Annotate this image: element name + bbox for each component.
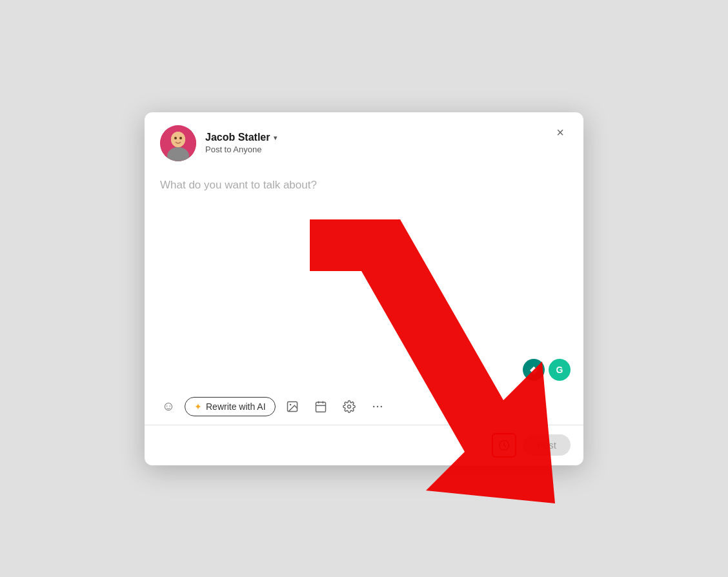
svg-rect-9 [316, 402, 325, 412]
modal-header: Jacob Statler ▾ Post to Anyone × [145, 112, 583, 169]
clock-icon [498, 439, 511, 452]
modal-overlay: Jacob Statler ▾ Post to Anyone × ◆ G [0, 0, 728, 577]
settings-icon [343, 400, 356, 413]
user-name-text: Jacob Statler [205, 132, 270, 143]
grammarly-button[interactable]: G [549, 359, 571, 381]
avatar [160, 125, 196, 161]
schedule-button[interactable] [492, 433, 516, 458]
magic-pen-button[interactable]: ◆ [523, 359, 545, 381]
image-icon [286, 400, 299, 413]
star-icon: ✦ [194, 401, 202, 412]
user-name: Jacob Statler ▾ [205, 132, 277, 143]
emoji-icon: ☺ [162, 399, 175, 414]
close-button[interactable]: × [550, 123, 571, 143]
modal-footer: Post [145, 425, 583, 465]
modal-body: ◆ G [145, 169, 583, 389]
more-button[interactable] [366, 395, 389, 418]
emoji-button[interactable]: ☺ [157, 396, 179, 418]
svg-point-8 [289, 403, 291, 405]
svg-point-4 [171, 132, 185, 147]
post-input[interactable] [160, 174, 568, 368]
magic-pen-icon: ◆ [530, 363, 538, 376]
svg-point-6 [179, 137, 182, 139]
close-icon: × [556, 125, 564, 140]
grammarly-icon: G [556, 365, 563, 375]
calendar-icon [314, 400, 327, 413]
svg-point-5 [174, 137, 177, 139]
svg-point-15 [376, 405, 378, 407]
image-button[interactable] [281, 395, 304, 418]
post-modal: Jacob Statler ▾ Post to Anyone × ◆ G [145, 112, 583, 465]
user-info: Jacob Statler ▾ Post to Anyone [205, 132, 277, 154]
svg-point-13 [347, 405, 350, 408]
calendar-button[interactable] [309, 395, 332, 418]
settings-button[interactable] [338, 395, 361, 418]
post-scope: Post to Anyone [205, 145, 277, 154]
svg-point-16 [380, 405, 382, 407]
post-button[interactable]: Post [523, 434, 571, 456]
svg-point-14 [373, 405, 375, 407]
dropdown-arrow-icon[interactable]: ▾ [274, 134, 277, 141]
post-toolbar: ☺ ✦ Rewrite with AI [145, 389, 583, 425]
rewrite-label: Rewrite with AI [206, 401, 266, 412]
rewrite-ai-button[interactable]: ✦ Rewrite with AI [185, 397, 276, 416]
ai-tools: ◆ G [523, 359, 571, 381]
more-icon [371, 400, 384, 413]
